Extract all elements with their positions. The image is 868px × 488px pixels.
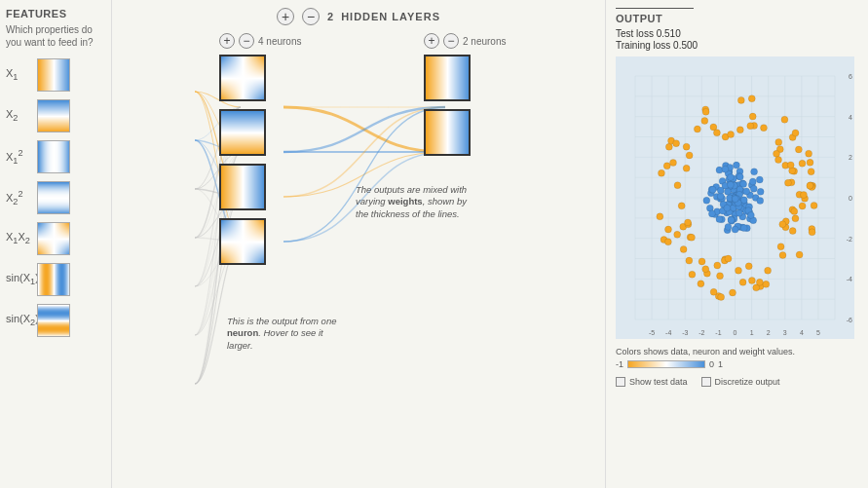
show-test-data-label: Show test data (629, 377, 688, 387)
feature-x1x2-label: X1X2 (6, 231, 37, 245)
feature-x2sq-label: X22 (6, 189, 37, 206)
layer2-neuron-2[interactable] (424, 109, 471, 156)
test-loss-value: 0.510 (657, 28, 681, 39)
feature-sinx1-label: sin(X1) (6, 272, 37, 286)
feature-sinx1[interactable]: sin(X1) (6, 263, 105, 296)
hidden-layers-label: HIDDEN LAYERS (341, 11, 440, 22)
features-subtitle: Which properties do you want to feed in? (6, 23, 105, 49)
output-panel: OUTPUT Test loss 0.510 Training loss 0.5… (605, 0, 868, 488)
layer2-neuron-1[interactable] (424, 55, 471, 101)
network-connections-svg (122, 33, 605, 423)
output-chart (616, 56, 854, 339)
layer1-remove-neuron-button[interactable]: − (239, 33, 254, 49)
feature-x2sq[interactable]: X22 (6, 181, 105, 214)
training-loss-label: Training loss (616, 40, 670, 51)
show-test-data-checkbox[interactable] (616, 377, 625, 387)
output-divider (616, 8, 694, 9)
feature-x1sq-thumbnail (37, 140, 70, 173)
features-title: FEATURES (6, 8, 105, 19)
feature-x1sq[interactable]: X12 (6, 140, 105, 173)
training-loss: Training loss 0.500 (616, 40, 858, 51)
bottom-controls: Show test data Discretize output (616, 377, 858, 387)
feature-x2[interactable]: X2 (6, 99, 105, 132)
feature-x1[interactable]: X1 (6, 58, 105, 92)
hidden-layers-count: 2 (327, 11, 333, 22)
layer2-remove-neuron-button[interactable]: − (443, 33, 459, 49)
features-panel: FEATURES Which properties do you want to… (0, 0, 112, 488)
training-loss-value: 0.500 (673, 40, 698, 51)
gradient-mid-label: 0 (709, 359, 714, 369)
feature-x1x2-thumbnail (37, 222, 70, 255)
layer1-add-neuron-button[interactable]: + (219, 33, 235, 49)
gradient-bar (627, 360, 705, 368)
discretize-output-control[interactable]: Discretize output (701, 377, 780, 387)
show-test-data-control[interactable]: Show test data (616, 377, 688, 387)
annotation-weights: The outputs are mixed with varying weigh… (356, 184, 472, 220)
hidden-layer-1: + − 4 neurons (219, 33, 301, 273)
layer1-neuron-4[interactable] (219, 218, 266, 265)
network-panel: + − 2 HIDDEN LAYERS + − 4 neurons (112, 0, 605, 488)
layer2-add-neuron-button[interactable]: + (424, 33, 439, 49)
feature-sinx1-thumbnail (37, 263, 70, 296)
color-bar: -1 0 1 (616, 359, 858, 369)
layer1-neuron-2[interactable] (219, 109, 266, 156)
gradient-min-label: -1 (616, 359, 623, 369)
feature-x1x2[interactable]: X1X2 (6, 222, 105, 255)
scatter-plot-canvas (616, 56, 854, 339)
layer1-header: + − 4 neurons (219, 33, 301, 49)
discretize-output-label: Discretize output (715, 377, 780, 387)
layer1-neurons-label: 4 neurons (258, 36, 301, 47)
layer2-neurons-label: 2 neurons (463, 36, 506, 47)
layer1-neuron-1[interactable] (219, 55, 266, 101)
gradient-max-label: 1 (718, 359, 723, 369)
color-legend-text: Colors shows data, neuron and weight val… (616, 347, 858, 357)
discretize-output-checkbox[interactable] (701, 377, 711, 387)
feature-x1-label: X1 (6, 67, 37, 82)
feature-x1sq-label: X12 (6, 148, 37, 166)
network-top-bar: + − 2 HIDDEN LAYERS (112, 8, 605, 25)
feature-sinx2[interactable]: sin(X2) (6, 304, 105, 337)
hidden-layer-2: + − 2 neurons (424, 33, 506, 164)
feature-sinx2-thumbnail (37, 304, 70, 337)
layer1-neuron-3[interactable] (219, 164, 266, 210)
test-loss-label: Test loss (616, 28, 654, 39)
color-legend: Colors shows data, neuron and weight val… (616, 347, 858, 369)
remove-hidden-layer-button[interactable]: − (302, 8, 320, 25)
test-loss: Test loss 0.510 (616, 28, 858, 39)
output-title: OUTPUT (616, 13, 858, 24)
feature-x2-label: X2 (6, 108, 37, 123)
layer2-header: + − 2 neurons (424, 33, 506, 49)
feature-x2sq-thumbnail (37, 181, 70, 214)
annotation-neuron: This is the output from one neuron. Hove… (227, 316, 344, 352)
feature-x1-thumbnail (37, 58, 70, 92)
feature-sinx2-label: sin(X2) (6, 313, 37, 327)
feature-x2-thumbnail (37, 99, 70, 132)
add-hidden-layer-button[interactable]: + (277, 8, 294, 25)
